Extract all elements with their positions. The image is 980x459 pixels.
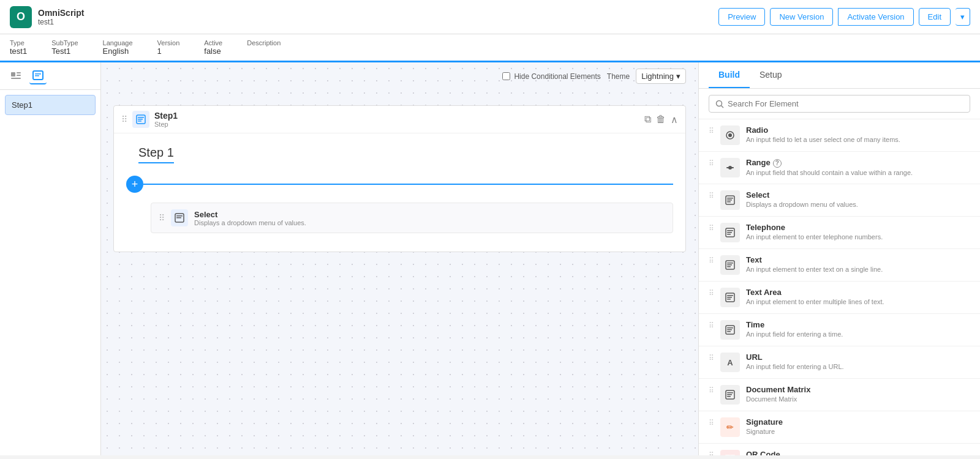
step-drag-handle[interactable]: ⠿ bbox=[121, 114, 127, 124]
search-bar bbox=[699, 89, 980, 119]
step-block: ⠿ Step1 Step ⧉ 🗑 ∧ bbox=[113, 105, 686, 252]
preview-button[interactable]: Preview bbox=[718, 8, 765, 26]
activate-group: Activate Version bbox=[838, 8, 913, 26]
element-list-item[interactable]: ⠿ ✏ Signature Signature bbox=[699, 411, 980, 444]
subtype-value: Test1 bbox=[51, 47, 78, 56]
drag-handle[interactable]: ⠿ bbox=[709, 190, 714, 200]
element-description: An input field that should contain a val… bbox=[746, 169, 970, 176]
element-description: Signature bbox=[746, 428, 970, 435]
hide-conditional-checkbox[interactable] bbox=[502, 72, 510, 80]
hide-conditional-group: Hide Conditional Elements bbox=[502, 72, 600, 81]
step-title: Step 1 bbox=[138, 146, 174, 163]
step-type: Step bbox=[154, 121, 639, 128]
element-name: Time bbox=[746, 320, 970, 329]
drag-handle[interactable]: ⠿ bbox=[709, 255, 714, 265]
drag-handle[interactable]: ⠿ bbox=[709, 450, 714, 455]
description-label: Description bbox=[247, 39, 281, 47]
element-description: An input element to enter multiple lines… bbox=[746, 298, 970, 305]
svg-rect-22 bbox=[727, 200, 732, 201]
drag-handle[interactable]: ⠿ bbox=[709, 320, 714, 330]
app-title-group: OmniScript test1 bbox=[38, 8, 84, 26]
element-list-item[interactable]: ⠿ Select Displays a dropdown menu of val… bbox=[699, 184, 980, 217]
element-list-item[interactable]: ⠿ QR Code QR Code bbox=[699, 444, 980, 455]
element-list-item[interactable]: ⠿ Telephone An input element to enter te… bbox=[699, 217, 980, 249]
svg-rect-42 bbox=[727, 394, 732, 395]
theme-select[interactable]: Lightning ▾ bbox=[636, 69, 686, 84]
element-name: Text Area bbox=[746, 288, 970, 297]
drag-handle[interactable]: ⠿ bbox=[709, 125, 714, 135]
drag-handle[interactable]: ⠿ bbox=[709, 417, 714, 427]
right-panel: Build Setup ⠿ Radio An input field to le… bbox=[698, 62, 980, 455]
drag-handle[interactable]: ⠿ bbox=[709, 223, 714, 233]
activate-version-button[interactable]: Activate Version bbox=[838, 8, 913, 26]
svg-rect-29 bbox=[727, 263, 733, 264]
element-list-item[interactable]: ⠿ A URL An input field for entering a UR… bbox=[699, 346, 980, 379]
search-icon bbox=[715, 100, 724, 108]
drag-handle[interactable]: ⠿ bbox=[709, 353, 714, 362]
element-list-item[interactable]: ⠿ Document Matrix Document Matrix bbox=[699, 379, 980, 411]
element-description: An input field for entering a time. bbox=[746, 330, 970, 338]
element-info: URL An input field for entering a URL. bbox=[746, 353, 970, 370]
element-type-icon bbox=[720, 288, 740, 307]
type-value: test1 bbox=[10, 47, 27, 56]
preview-tab-icon[interactable] bbox=[29, 67, 47, 84]
element-list-item[interactable]: ⠿ Radio An input field to let a user sel… bbox=[699, 119, 980, 152]
new-version-button[interactable]: New Version bbox=[770, 8, 833, 26]
drag-handle[interactable]: ⠿ bbox=[709, 288, 714, 297]
element-description: An input field for entering a URL. bbox=[746, 363, 970, 370]
element-info: Text An input element to enter text on a… bbox=[746, 255, 970, 273]
element-type-icon bbox=[720, 385, 740, 405]
element-drag-handle[interactable]: ⠿ bbox=[159, 213, 165, 223]
edit-button[interactable]: Edit bbox=[919, 8, 951, 26]
header-left: O OmniScript test1 bbox=[10, 6, 84, 28]
app-subtitle: test1 bbox=[38, 18, 84, 26]
svg-rect-8 bbox=[138, 117, 144, 118]
step-icon bbox=[132, 111, 149, 128]
svg-rect-35 bbox=[727, 299, 731, 300]
element-type-icon bbox=[720, 158, 740, 177]
steps-tab-icon[interactable] bbox=[7, 67, 24, 84]
active-label: Active bbox=[204, 39, 222, 47]
hide-conditional-label: Hide Conditional Elements bbox=[514, 72, 600, 81]
version-value: 1 bbox=[157, 47, 180, 56]
main-layout: Step1 Hide Conditional Elements Theme Li… bbox=[0, 62, 980, 455]
drag-handle[interactable]: ⠿ bbox=[709, 158, 714, 168]
svg-rect-13 bbox=[176, 217, 181, 218]
element-description: An input field to let a user select one … bbox=[746, 136, 970, 143]
theme-label: Theme bbox=[607, 72, 630, 81]
meta-type: Type test1 bbox=[10, 39, 27, 56]
help-icon[interactable]: ? bbox=[773, 159, 782, 168]
header-actions: Preview New Version Activate Version Edi… bbox=[718, 8, 970, 26]
setup-tab[interactable]: Setup bbox=[750, 62, 792, 88]
add-element-button[interactable]: + bbox=[126, 176, 143, 193]
meta-subtype: SubType Test1 bbox=[51, 39, 78, 56]
copy-step-button[interactable]: ⧉ bbox=[644, 114, 651, 125]
svg-rect-38 bbox=[727, 329, 732, 330]
element-list-item[interactable]: ⠿ Time An input field for entering a tim… bbox=[699, 314, 980, 346]
element-description: Document Matrix bbox=[746, 395, 970, 403]
element-list-item[interactable]: ⠿ Text An input element to enter text on… bbox=[699, 249, 980, 282]
left-sidebar: Step1 bbox=[0, 62, 101, 455]
meta-description: Description bbox=[247, 39, 281, 56]
sidebar-tabs bbox=[0, 62, 100, 90]
delete-step-button[interactable]: 🗑 bbox=[656, 114, 666, 125]
step1-card[interactable]: Step1 bbox=[5, 95, 96, 115]
element-info: Signature Signature bbox=[746, 417, 970, 435]
step-title-group: Step1 Step bbox=[154, 111, 639, 128]
element-info: Radio An input field to let a user selec… bbox=[746, 125, 970, 143]
drag-handle[interactable]: ⠿ bbox=[709, 385, 714, 395]
svg-rect-1 bbox=[17, 72, 21, 73]
svg-rect-2 bbox=[17, 75, 21, 76]
element-list-item[interactable]: ⠿ Range? An input field that should cont… bbox=[699, 152, 980, 184]
svg-rect-21 bbox=[727, 198, 733, 199]
element-name: Document Matrix bbox=[746, 385, 970, 394]
element-info: Time An input field for entering a time. bbox=[746, 320, 970, 338]
app-logo: O bbox=[10, 6, 32, 28]
svg-rect-3 bbox=[11, 78, 21, 79]
build-tab[interactable]: Build bbox=[709, 62, 750, 88]
collapse-step-button[interactable]: ∧ bbox=[671, 114, 678, 125]
search-input[interactable] bbox=[728, 99, 963, 108]
more-actions-button[interactable]: ▾ bbox=[956, 8, 970, 26]
element-type-icon bbox=[720, 320, 740, 340]
element-list-item[interactable]: ⠿ Text Area An input element to enter mu… bbox=[699, 282, 980, 314]
